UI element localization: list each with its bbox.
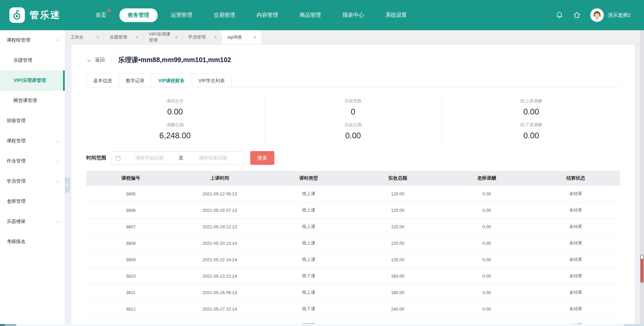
nav-item-2[interactable]: 运营管理 (162, 8, 201, 22)
nav-item-3[interactable]: 交易管理 (205, 8, 244, 22)
nav-item-1[interactable]: 教务管理 (119, 8, 158, 22)
search-button[interactable]: 搜索 (250, 151, 274, 165)
sidebar-item-label: 学员管理 (7, 178, 25, 184)
home-icon[interactable] (573, 11, 581, 19)
close-tab-icon[interactable]: × (253, 35, 257, 40)
table-header-cell: 老师课酬 (442, 175, 531, 181)
stat-label: 线下课课酬 (442, 122, 620, 128)
sidebar-item-3[interactable]: 网管课管理 (0, 91, 65, 111)
header-divider (111, 57, 112, 63)
chevron-up-icon (56, 38, 59, 43)
table-row[interactable]: 38062021-05-15 07:13线上课120.000.00未结算 (86, 202, 620, 219)
stat-cell-4: 实收总额0.00 (264, 120, 442, 144)
table-cell: 线上课 (264, 224, 353, 230)
sidebar-item-4[interactable]: 班级管理 (0, 111, 65, 131)
detail-tab-0[interactable]: 基本信息 (86, 74, 119, 87)
opened-pages-tabbar: 工作台×乐团管理×VIP/乐理课管理×学员管理×vip详情× (65, 30, 640, 45)
close-tab-icon[interactable]: × (96, 35, 100, 40)
table-row[interactable]: 38082021-05-20 13:14线上课120.000.00未结算 (86, 235, 620, 251)
sidebar-collapse-handle[interactable] (65, 177, 70, 193)
filter-row: 时间范围 课程开始日期 至 课程结束日期 搜索 (86, 151, 620, 165)
table-header-row: 课程编号上课时间课时类型实收总额老师课酬结算状态 (86, 171, 620, 186)
page-tab-label: 乐团管理 (110, 34, 127, 40)
nav-item-7[interactable]: 系统设置 (377, 8, 415, 22)
table-cell: 未结算 (531, 289, 620, 295)
user-avatar[interactable] (590, 8, 604, 22)
table-row[interactable]: 38132021-05-28 22:14线下课240.000.00未结算 (86, 317, 620, 324)
nav-item-label: 运营管理 (171, 12, 192, 18)
table-cell: 2021-05-27 22:14 (175, 307, 264, 312)
table-cell: 线下课 (264, 306, 353, 312)
nav-item-0[interactable]: 首页 (87, 8, 115, 22)
table-header-cell: 上课时间 (175, 175, 264, 181)
sidebar-item-9[interactable]: 乐器维保 (0, 212, 65, 232)
stat-value: 0 (264, 107, 442, 117)
page-tab-2[interactable]: VIP/乐理课管理× (143, 30, 182, 44)
table-row[interactable]: 38072021-05-19 12:13线上课120.000.00未结算 (86, 219, 620, 235)
stat-value: 6,248.00 (86, 131, 264, 140)
end-date-placeholder[interactable]: 课程结束日期 (185, 155, 240, 161)
back-button[interactable]: ← 返回 (86, 57, 105, 63)
date-range-input[interactable]: 课程开始日期 至 课程结束日期 (111, 151, 245, 165)
table-row[interactable]: 38052021-05-12 06:13线上课120.000.00未结算 (86, 186, 620, 202)
table-cell: 2021-05-20 13:14 (175, 241, 264, 246)
horizontal-scrollbar-thumb[interactable] (16, 324, 624, 326)
sidebar-item-label: 课程组管理 (7, 37, 30, 43)
top-navbar: 管乐迷 首页教务管理运营管理交易管理内容管理商品管理报表中心系统设置 (0, 0, 644, 30)
chevron-down-icon (56, 220, 59, 224)
horizontal-scrollbar[interactable] (0, 324, 644, 326)
page-tab-0[interactable]: 工作台× (65, 30, 104, 44)
date-range-separator: 至 (177, 155, 185, 161)
close-tab-icon[interactable]: × (135, 35, 139, 40)
table-cell: 2021-05-12 06:13 (175, 191, 264, 196)
nav-item-4[interactable]: 内容管理 (248, 8, 286, 22)
nav-item-5[interactable]: 商品管理 (291, 8, 329, 22)
table-cell: 未结算 (531, 191, 620, 197)
table-row[interactable]: 38112021-05-26 06:13线上课180.000.00未结算 (86, 284, 620, 301)
table-cell: 240.00 (353, 307, 442, 312)
page-tab-4[interactable]: vip详情× (222, 30, 261, 44)
vertical-scrollbar[interactable] (640, 30, 644, 324)
table-row[interactable]: 38102021-05-23 22:14线下课160.000.00未结算 (86, 268, 620, 284)
table-row[interactable]: 38122021-05-27 22:14线下课240.000.00未结算 (86, 301, 620, 317)
table-row[interactable]: 38092021-05-22 14:14线上课120.000.00未结算 (86, 251, 620, 268)
user-name[interactable]: 演示老师2 (608, 12, 631, 18)
detail-tab-2[interactable]: VIP课程财务 (152, 74, 192, 87)
start-date-placeholder[interactable]: 课程开始日期 (122, 155, 177, 161)
sidebar-item-7[interactable]: 学员管理 (0, 171, 65, 191)
table-cell: 2021-05-22 14:14 (175, 257, 264, 262)
vertical-scrollbar-thumb[interactable] (640, 254, 644, 283)
page-tab-3[interactable]: 学员管理× (182, 30, 222, 44)
bell-icon[interactable] (555, 11, 564, 19)
close-tab-icon[interactable]: × (214, 35, 218, 40)
nav-item-6[interactable]: 报表中心 (334, 8, 372, 22)
sidebar-item-10[interactable]: 考级报名 (0, 232, 65, 252)
table-cell: 120.00 (353, 224, 442, 229)
sidebar-item-8[interactable]: 老师管理 (0, 191, 65, 212)
sidebar-item-5[interactable]: 课程管理 (0, 131, 65, 151)
table-cell: 2021-05-23 22:14 (175, 274, 264, 279)
stat-label: 课酬总额 (86, 122, 264, 128)
close-tab-icon[interactable]: × (174, 35, 178, 40)
app-logo[interactable]: 管乐迷 (9, 7, 85, 23)
sidebar-item-label: 乐团管理 (13, 57, 32, 63)
stat-cell-5: 线下课课酬0.00 (442, 120, 620, 144)
table-cell: 120.00 (353, 191, 442, 196)
detail-tab-3[interactable]: VIP学生列表 (192, 74, 232, 87)
table-cell: 线上课 (264, 240, 353, 246)
stat-label: 课程总价 (86, 98, 264, 104)
detail-tab-1[interactable]: 教学记录 (119, 74, 152, 87)
sidebar-item-6[interactable]: 作业管理 (0, 151, 65, 171)
table-cell: 线上课 (264, 289, 353, 295)
table-cell: 未结算 (531, 273, 620, 279)
nav-item-label: 商品管理 (300, 12, 321, 18)
nav-item-label: 教务管理 (128, 12, 149, 18)
stat-cell-1: 实收笔数0 (264, 96, 442, 120)
table-cell: 未结算 (531, 240, 620, 246)
page-tab-1[interactable]: 乐团管理× (104, 30, 143, 44)
stat-cell-3: 课酬总额6,248.00 (86, 120, 264, 144)
sidebar-item-2[interactable]: VIP/乐理课管理 (0, 71, 65, 91)
stats-summary: 课程总价0.00实收笔数0线上课课酬0.00课酬总额6,248.00实收总额0.… (86, 96, 620, 144)
sidebar-item-0[interactable]: 课程组管理 (0, 30, 65, 50)
sidebar-item-1[interactable]: 乐团管理 (0, 50, 65, 71)
